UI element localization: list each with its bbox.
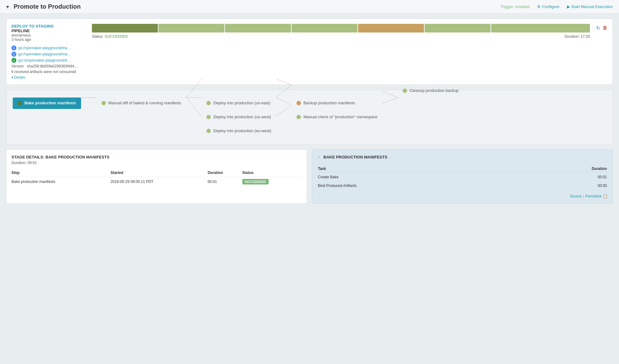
version-value: sha256:8b059a0299383f484… xyxy=(27,64,78,68)
top-bar-actions: Trigger: enabled ⚙ Configure ▶ Start Man… xyxy=(500,4,613,9)
details-label: Details xyxy=(14,75,25,80)
graph-node-deploy-eu-west[interactable]: Deploy into production (eu-west) xyxy=(201,125,276,137)
status-badge: SUCCEEDED xyxy=(242,179,269,184)
gear-icon: ⚙ xyxy=(537,4,541,9)
stage-details-duration: Duration: 00:01 xyxy=(11,161,302,165)
artifact-item-2[interactable]: G gs://spinnaker-playground/ma… xyxy=(11,52,86,57)
svg-line-6 xyxy=(276,85,292,98)
gcs-icon-1: G xyxy=(11,46,16,50)
pipeline-user: anonymous xyxy=(11,33,86,37)
artifact-label-1: gs://spinnaker-playground/ma… xyxy=(18,46,71,50)
artifact-label-2: gs://spinnaker-playground/ma… xyxy=(18,52,71,56)
pipeline-bar-area: Status: SUCCEEDED Duration: 17:20 xyxy=(92,24,590,39)
bake-details-header: ✓ BAKE PRODUCTION MANIFESTS xyxy=(317,155,608,160)
pipeline-graph-card: Bake production manifests Manual diff of… xyxy=(6,90,613,145)
manual-diff-dot xyxy=(102,101,106,105)
task-row-1: Create Bake 00:01 xyxy=(318,173,607,181)
tasks-col-task: Task xyxy=(318,165,525,172)
gcr-icon: G xyxy=(11,58,16,63)
status-value: SUCCEEDED xyxy=(105,34,128,39)
svg-line-9 xyxy=(382,91,398,98)
status-label: Status: SUCCEEDED xyxy=(92,34,128,39)
bar-segment-3 xyxy=(225,24,291,32)
task-name-1: Create Bake xyxy=(318,173,525,181)
graph-col-4: Cleanup production backup xyxy=(398,85,463,97)
graph-col-0: Bake production manifests xyxy=(13,98,81,109)
backup-dot xyxy=(297,101,301,105)
graph-node-deploy-us-west[interactable]: Deploy into production (us-west) xyxy=(201,111,276,123)
configure-button[interactable]: ⚙ Configure xyxy=(537,4,559,9)
task-duration-2: 00:00 xyxy=(525,182,607,190)
pipeline-time: 3 hours ago xyxy=(11,37,86,42)
row-step: Bake production manifests xyxy=(11,177,110,186)
graph-node-deploy-us-east[interactable]: Deploy into production (us-east) xyxy=(201,98,275,109)
svg-line-5 xyxy=(276,79,292,85)
pipeline-link[interactable]: DEPLOY TO STAGING xyxy=(11,24,54,28)
svg-line-4 xyxy=(186,98,201,116)
stage-details-title: STAGE DETAILS: BAKE PRODUCTION MANIFESTS xyxy=(11,155,302,159)
artifact-list: G gs://spinnaker-playground/ma… G gs://s… xyxy=(11,46,86,63)
details-table: Step Started Duration Status Bake produc… xyxy=(11,169,302,186)
deploy-us-east-label: Deploy into production (us-east) xyxy=(213,101,270,106)
row-started: 2018-05-29 09:05:11 PDT xyxy=(110,177,208,186)
tasks-col-duration: Duration xyxy=(525,165,607,172)
svg-line-10 xyxy=(382,98,398,104)
version-text: Version sha256:8b059a0299383f484… xyxy=(11,64,86,68)
permalink-link[interactable]: Permalink xyxy=(585,194,602,198)
graph-node-cleanup[interactable]: Cleanup production backup xyxy=(398,85,463,97)
col-duration: Duration xyxy=(208,169,242,177)
duration-prefix: Duration: xyxy=(565,34,580,39)
bar-segment-1 xyxy=(92,24,158,32)
pipeline-type: PIPELINE xyxy=(11,28,86,33)
artifacts-warning: 6 received artifacts were not consumed xyxy=(11,70,86,74)
task-duration-1: 00:01 xyxy=(525,173,607,181)
deploy-us-west-label: Deploy into production (us-west) xyxy=(213,115,271,120)
refresh-button[interactable]: ↻ xyxy=(596,25,600,31)
task-row-2: Bind Produced Artifacts 00:00 xyxy=(318,182,607,190)
backup-label: Backup production manifests xyxy=(303,101,355,106)
delete-button[interactable]: 🗑 xyxy=(603,25,608,31)
pipeline-info: DEPLOY TO STAGING PIPELINE anonymous 3 h… xyxy=(11,24,86,80)
bake-section-title: BAKE PRODUCTION MANIFESTS xyxy=(323,155,387,159)
col-started: Started xyxy=(110,169,208,177)
svg-line-8 xyxy=(276,105,292,116)
status-prefix: Status: xyxy=(92,34,103,39)
pipeline-actions: ↻ 🗑 xyxy=(596,25,608,31)
graph-node-bake[interactable]: Bake production manifests xyxy=(13,98,81,109)
details-link[interactable]: ▾ Details xyxy=(11,75,86,80)
deploy-us-east-dot xyxy=(206,101,211,105)
artifact-item-3[interactable]: G gcr.io/spinnaker-playground/d… xyxy=(11,58,86,63)
pipeline-card: DEPLOY TO STAGING PIPELINE anonymous 3 h… xyxy=(6,19,613,85)
col-step: Step xyxy=(11,169,110,177)
graph-node-manual-check[interactable]: Manual check of "production" namespace xyxy=(292,111,382,123)
cleanup-dot xyxy=(403,89,407,93)
graph-node-manual-diff[interactable]: Manual diff of baked & running manifests xyxy=(97,98,186,109)
svg-line-7 xyxy=(276,98,292,105)
artifact-label-3: gcr.io/spinnaker-playground/d… xyxy=(18,58,71,63)
play-icon: ▶ xyxy=(567,4,570,9)
bar-segment-5 xyxy=(358,24,424,32)
permalink-icon: 📋 xyxy=(603,194,608,198)
main-content: DEPLOY TO STAGING PIPELINE anonymous 3 h… xyxy=(0,14,619,209)
collapse-chevron[interactable]: ▾ xyxy=(6,3,9,10)
progress-bar xyxy=(92,24,590,32)
bake-details-card: ✓ BAKE PRODUCTION MANIFESTS Task Duratio… xyxy=(312,150,613,204)
artifact-item-1[interactable]: G gs://spinnaker-playground/ma… xyxy=(11,46,86,50)
start-execution-button[interactable]: ▶ Start Manual Execution xyxy=(567,4,613,9)
trigger-status: Trigger: enabled xyxy=(500,4,530,9)
deploy-us-west-dot xyxy=(206,115,211,119)
page-title: Promote to Production xyxy=(14,3,500,10)
bar-status-row: Status: SUCCEEDED Duration: 17:20 xyxy=(92,34,590,39)
task-name-2: Bind Produced Artifacts xyxy=(318,182,525,190)
bar-segment-7 xyxy=(491,24,590,32)
bar-segment-4 xyxy=(292,24,357,32)
duration-text: Duration: 17:20 xyxy=(565,34,590,39)
deploy-eu-west-label: Deploy into production (eu-west) xyxy=(213,128,271,134)
configure-label: Configure xyxy=(542,4,559,9)
svg-text:G: G xyxy=(13,59,15,62)
bar-segment-6 xyxy=(425,24,491,32)
start-label: Start Manual Execution xyxy=(571,4,613,9)
source-link[interactable]: Source xyxy=(570,194,582,198)
manual-check-dot xyxy=(297,115,301,119)
graph-node-backup[interactable]: Backup production manifests xyxy=(292,98,360,109)
